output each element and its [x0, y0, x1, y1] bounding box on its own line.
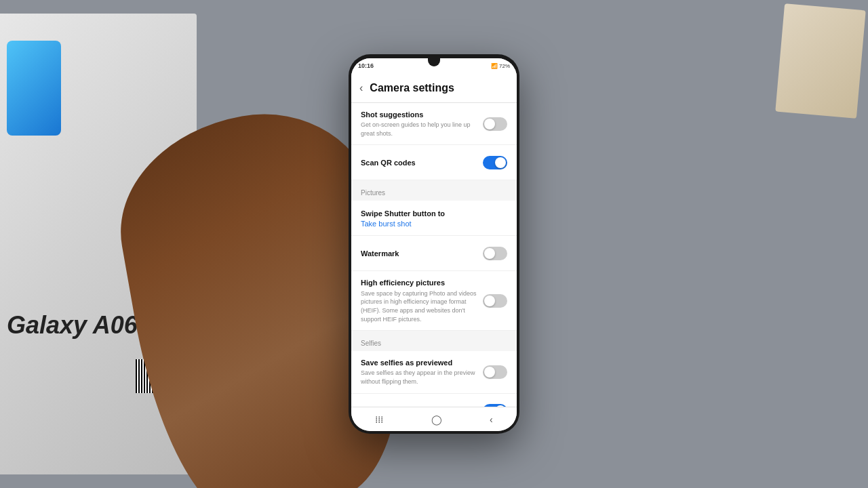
back-button[interactable]: ‹	[359, 82, 363, 94]
watermark-label: Watermark	[361, 249, 477, 258]
selfies-section-label: Selfies	[361, 340, 381, 347]
phone-notch	[428, 54, 440, 66]
save-selfies-toggle-knob	[484, 367, 495, 378]
phone: 10:16 📶 72% ‹ Camera settings	[349, 54, 519, 434]
save-selfies-toggle[interactable]	[483, 365, 507, 379]
pictures-section-header: Pictures	[351, 180, 517, 201]
phone-screen: 10:16 📶 72% ‹ Camera settings	[351, 58, 517, 431]
swipe-shutter-label: Swipe Shutter button to	[361, 209, 502, 218]
settings-content: Shot suggestions Get on-screen guides to…	[351, 103, 517, 407]
shot-suggestions-label: Shot suggestions	[361, 110, 477, 119]
save-selfies-label: Save selfies as previewed	[361, 358, 477, 367]
pictures-section-label: Pictures	[361, 189, 385, 197]
status-time: 10:16	[358, 62, 374, 69]
nav-back-button[interactable]: ‹	[490, 414, 493, 425]
high-efficiency-label: High efficiency pictures	[361, 278, 477, 287]
nav-menu-button[interactable]: ⁞⁞⁞	[375, 414, 383, 425]
setting-shot-suggestions[interactable]: Shot suggestions Get on-screen guides to…	[351, 103, 517, 145]
accessory-item	[775, 3, 865, 119]
selfies-section-header: Selfies	[351, 331, 517, 351]
setting-watermark[interactable]: Watermark	[351, 236, 517, 271]
high-efficiency-toggle[interactable]	[483, 294, 507, 308]
high-efficiency-toggle-knob	[484, 296, 495, 306]
box-screen-graphic	[7, 41, 61, 136]
status-icons: 📶 72%	[491, 63, 510, 69]
scan-qr-label: Scan QR codes	[361, 158, 477, 167]
setting-scan-qr[interactable]: Scan QR codes	[351, 145, 517, 180]
scan-qr-toggle[interactable]	[483, 156, 507, 169]
toggle-knob-on	[495, 157, 506, 168]
page-title: Camera settings	[370, 82, 454, 94]
setting-swipe-switch[interactable]: Swipe up/down to switch	[351, 394, 517, 407]
toggle-knob	[484, 119, 495, 129]
phone-body: 10:16 📶 72% ‹ Camera settings	[349, 54, 519, 434]
shot-suggestions-desc: Get on-screen guides to help you line up…	[361, 121, 477, 138]
accessories	[746, 0, 868, 136]
scene: Galaxy A06 10:16 📶 72% ‹	[0, 0, 868, 488]
watermark-toggle-knob	[484, 248, 495, 259]
battery-text: 72%	[499, 63, 510, 69]
save-selfies-desc: Save selfies as they appear in the previ…	[361, 369, 477, 386]
app-bar: ‹ Camera settings	[351, 73, 517, 103]
shot-suggestions-toggle[interactable]	[483, 117, 507, 131]
swipe-switch-toggle-knob	[495, 405, 506, 407]
box-brand-text: Galaxy A06	[7, 312, 138, 339]
signal-icon: 📶	[491, 63, 498, 69]
swipe-switch-toggle[interactable]	[483, 404, 507, 407]
swipe-shutter-value[interactable]: Take burst shot	[361, 220, 502, 228]
high-efficiency-desc: Save space by capturing Photo and videos…	[361, 289, 477, 323]
watermark-toggle[interactable]	[483, 247, 507, 260]
setting-save-selfies[interactable]: Save selfies as previewed Save selfies a…	[351, 351, 517, 393]
setting-high-efficiency[interactable]: High efficiency pictures Save space by c…	[351, 271, 517, 331]
nav-home-button[interactable]: ◯	[431, 414, 442, 425]
setting-swipe-shutter[interactable]: Swipe Shutter button to Take burst shot	[351, 201, 517, 236]
nav-bar: ⁞⁞⁞ ◯ ‹	[351, 407, 517, 431]
